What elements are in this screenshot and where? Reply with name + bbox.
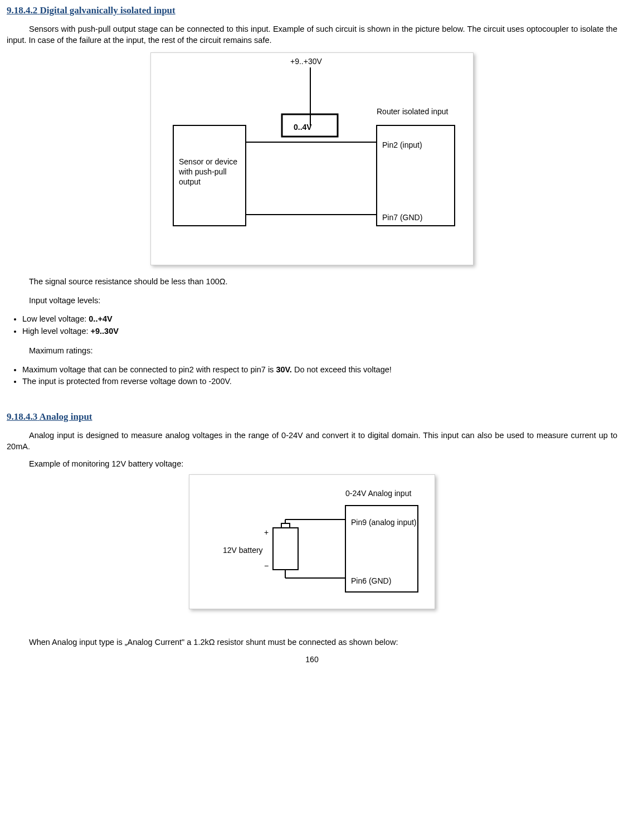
label-pin6: Pin6 (GND)	[351, 576, 391, 585]
section-title: Analog input	[40, 411, 92, 422]
label-battery: 12V battery	[223, 546, 263, 555]
label-supply-voltage: +9..+30V	[290, 57, 322, 66]
low-level-label: Low level voltage:	[22, 314, 89, 323]
reverse-voltage-note: The input is protected from reverse volt…	[22, 377, 232, 386]
label-analog-title: 0-24V Analog input	[345, 489, 411, 498]
figure-isolated-input: +9..+30V Sensor or device with push-pull…	[7, 52, 617, 265]
high-level-value: +9..30V	[91, 327, 119, 336]
max-voltage-pre: Maximum voltage that can be connected to…	[22, 365, 276, 374]
svg-rect-8	[273, 528, 298, 570]
section-number: 9.18.4.3	[7, 411, 37, 422]
list-item: Maximum voltage that can be connected to…	[22, 365, 617, 376]
input-voltage-levels-label: Input voltage levels:	[29, 295, 617, 307]
analog-para-1: Analog input is designed to measure anal…	[7, 430, 617, 452]
figure-analog-input: 0-24V Analog input Pin9 (analog input) P…	[7, 474, 617, 609]
section-number: 9.18.4.2	[7, 5, 37, 16]
list-item: High level voltage: +9..30V	[22, 326, 617, 337]
high-level-label: High level voltage:	[22, 327, 91, 336]
page-number: 160	[7, 654, 617, 665]
label-pin2: Pin2 (input)	[382, 140, 422, 149]
label-router-title: Router isolated input	[377, 107, 448, 116]
low-level-value: 0..+4V	[89, 314, 112, 323]
diagram-isolated-input: +9..+30V Sensor or device with push-pull…	[151, 53, 473, 265]
diagram-analog-input: 0-24V Analog input Pin9 (analog input) P…	[189, 475, 435, 609]
intro-paragraph-1: Sensors with push-pull output stage can …	[7, 24, 617, 46]
analog-para-2: Example of monitoring 12V battery voltag…	[7, 459, 617, 470]
signal-source-note: The signal source resistance should be l…	[29, 276, 617, 288]
max-voltage-post: Do not exceed this voltage!	[292, 365, 392, 374]
label-signal-level: 0..4V	[294, 123, 312, 132]
section-heading-analog-input: 9.18.4.3 Analog input	[7, 411, 617, 424]
label-sensor-line1: Sensor or device	[179, 157, 237, 166]
max-ratings-list: Maximum voltage that can be connected to…	[7, 365, 617, 387]
label-sensor-line3: output	[179, 177, 201, 186]
max-voltage-bold: 30V.	[276, 365, 292, 374]
plus-icon: +	[264, 528, 269, 537]
label-pin7: Pin7 (GND)	[382, 213, 422, 222]
minus-icon: −	[264, 561, 269, 570]
label-sensor-line2: with push-pull	[178, 167, 227, 176]
max-ratings-label: Maximum ratings:	[29, 346, 617, 357]
label-pin9: Pin9 (analog input)	[351, 518, 417, 527]
svg-rect-9	[281, 523, 290, 528]
section-heading-digital-input: 9.18.4.2 Digital galvanically isolated i…	[7, 4, 617, 17]
analog-para-3: When Analog input type is „Analog Curren…	[7, 637, 617, 648]
section-title: Digital galvanically isolated input	[40, 5, 176, 16]
list-item: The input is protected from reverse volt…	[22, 376, 617, 387]
list-item: Low level voltage: 0..+4V	[22, 314, 617, 325]
voltage-levels-list: Low level voltage: 0..+4V High level vol…	[7, 314, 617, 337]
